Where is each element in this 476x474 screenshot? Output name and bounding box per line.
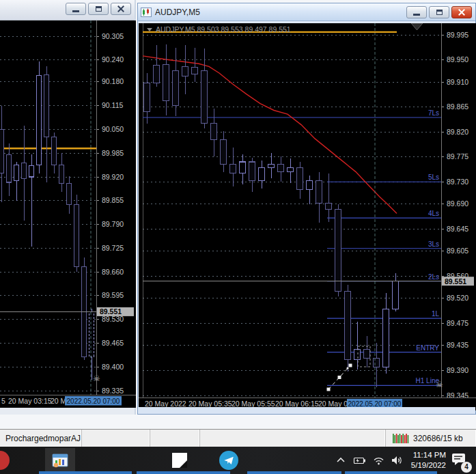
- time-tick-label: 5: [1, 397, 5, 405]
- candle: [316, 172, 322, 223]
- price-tick-label: 89.730: [447, 178, 468, 186]
- price-tick-label: 89.400: [102, 363, 124, 371]
- status-connection[interactable]: 320686/15 kb: [386, 430, 476, 447]
- candle: [182, 45, 188, 94]
- candle: [326, 173, 332, 222]
- taskbar-item-telegram[interactable]: [217, 448, 240, 473]
- status-cell-empty: [82, 430, 150, 447]
- window-audjpy-m5: AUDJPY,M5 89.99589.95089.91089.86589.820…: [137, 3, 476, 415]
- candle: [221, 131, 227, 172]
- close-icon: [458, 8, 466, 16]
- close-button[interactable]: [451, 6, 472, 18]
- minimize-button[interactable]: [66, 3, 86, 15]
- moving-average-line: [143, 56, 397, 214]
- taskbar-item-metatrader[interactable]: [45, 448, 75, 473]
- svg-text:89.551: 89.551: [445, 277, 466, 285]
- trendline-handle[interactable]: [327, 388, 331, 391]
- titlebar-inactive[interactable]: [0, 0, 135, 20]
- restore-icon: [436, 10, 443, 15]
- titlebar-active[interactable]: AUDJPY,M5: [138, 3, 475, 21]
- traffic-label: 320686/15 kb: [413, 434, 463, 443]
- candle: [0, 106, 4, 203]
- price-tick-label: 89.660: [102, 268, 124, 276]
- candle: [37, 61, 42, 173]
- window-frame: [138, 407, 475, 414]
- notes-app-icon: [172, 453, 187, 468]
- price-tick-label: 89.790: [102, 220, 124, 228]
- price-tick-label: 90.180: [102, 77, 124, 85]
- notification-center-button[interactable]: 4: [451, 453, 466, 469]
- candle: [173, 48, 179, 117]
- trendline-handle[interactable]: [338, 376, 341, 379]
- status-bar: ProchargedmoparAJ 320686/15 kb: [0, 429, 476, 447]
- ohlc-collapse-icon[interactable]: [147, 28, 152, 31]
- price-tick-label: 89.910: [447, 78, 468, 86]
- level-label: 5Ls: [428, 173, 439, 181]
- price-tick-label: 90.115: [102, 101, 123, 109]
- ohlc-header: AUDJPY,M5 89.503 89.553 89.497 89.551: [156, 25, 291, 33]
- status-account: ProchargedmoparAJ: [0, 430, 82, 447]
- candle: [288, 158, 294, 183]
- price-tick-label: 90.050: [102, 125, 124, 133]
- chart-canvas-main[interactable]: 89.99589.95089.91089.86589.82089.77589.7…: [139, 23, 476, 410]
- level-label: 4Ls: [428, 210, 439, 217]
- price-tick-label: 89.520: [447, 294, 468, 302]
- close-button[interactable]: [111, 3, 131, 15]
- window-frame: [0, 408, 135, 415]
- price-tick-label: 89.950: [447, 55, 468, 64]
- level-label: 1L: [432, 310, 440, 318]
- candle: [335, 204, 341, 297]
- price-tick-label: 89.985: [102, 149, 124, 157]
- taskbar-indicator-bars: [0, 471, 476, 474]
- chart-window-icon: [141, 7, 152, 18]
- price-tick-label: 89.475: [447, 319, 468, 327]
- mdi-workspace: 90.30590.24090.18090.11590.05089.98589.9…: [0, 0, 476, 429]
- speaker-icon[interactable]: [391, 456, 404, 465]
- candle: [354, 322, 361, 370]
- maximize-button[interactable]: [88, 3, 109, 15]
- taskbar-item-notes[interactable]: [169, 448, 190, 473]
- skull-marker-icon[interactable]: ☠: [436, 380, 443, 389]
- window-context-chart: 90.30590.24090.18090.11590.05089.98589.9…: [0, 0, 136, 415]
- price-tick-label: 90.305: [102, 32, 124, 40]
- candle: [82, 257, 87, 360]
- candle: [59, 153, 64, 192]
- candle: [307, 176, 313, 204]
- candle: [7, 143, 12, 196]
- candle: [67, 176, 72, 214]
- trendline-handle[interactable]: [349, 364, 352, 367]
- minimize-button[interactable]: [406, 6, 427, 18]
- price-tick-label: 89.595: [102, 291, 124, 299]
- minimize-icon: [413, 14, 420, 16]
- wifi-icon[interactable]: [373, 456, 384, 465]
- triangle-marker[interactable]: [411, 23, 423, 30]
- candle: [29, 154, 34, 247]
- svg-text:89.551: 89.551: [100, 307, 122, 316]
- candle: [297, 162, 303, 199]
- candle: [192, 48, 198, 82]
- candle: [44, 66, 49, 182]
- price-tick-label: 89.995: [447, 31, 468, 39]
- maximize-icon: [96, 6, 102, 12]
- price-tick-label: 89.435: [447, 341, 468, 349]
- battery-icon[interactable]: [352, 456, 366, 466]
- skull-marker-icon[interactable]: ☠: [93, 374, 100, 383]
- restore-button[interactable]: [429, 6, 449, 18]
- level-label: 2Ls: [428, 273, 439, 281]
- window-title: AUDJPY,M5: [155, 8, 200, 17]
- time-tick-label: 20 May 03:15: [8, 397, 52, 405]
- level-label: ENTRY: [416, 344, 439, 352]
- clock-time: 11:14 PM: [411, 450, 446, 460]
- telegram-icon: [219, 451, 238, 470]
- candle: [154, 45, 160, 86]
- metatrader-icon: [51, 451, 69, 469]
- taskbar-clock[interactable]: 11:14 PM 5/19/2022: [411, 450, 446, 471]
- tray-chevron-icon[interactable]: [336, 456, 346, 464]
- candle: [163, 44, 169, 115]
- price-tick-label: 89.345: [447, 391, 468, 400]
- cropped-red-logo-icon: [0, 451, 10, 470]
- minimize-icon: [72, 10, 79, 12]
- chart-canvas-left[interactable]: 90.30590.24090.18090.11590.05089.98589.9…: [0, 20, 136, 408]
- system-tray: 11:14 PM 5/19/2022 4: [333, 447, 476, 474]
- status-cell-empty: [200, 430, 386, 447]
